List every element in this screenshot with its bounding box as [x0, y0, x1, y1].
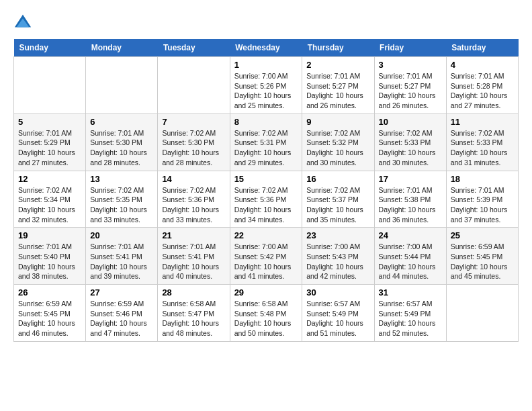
- day-number: 28: [162, 287, 225, 298]
- calendar-week-2: 5 Sunrise: 7:01 AMSunset: 5:29 PMDayligh…: [14, 113, 519, 171]
- calendar-cell: 11 Sunrise: 7:02 AMSunset: 5:33 PMDaylig…: [446, 113, 518, 171]
- day-number: 24: [379, 230, 442, 240]
- day-info: Sunrise: 7:01 AMSunset: 5:29 PMDaylight:…: [18, 128, 81, 168]
- day-info: Sunrise: 6:59 AMSunset: 5:46 PMDaylight:…: [90, 299, 153, 338]
- day-number: 16: [306, 174, 369, 184]
- day-info: Sunrise: 7:02 AMSunset: 5:30 PMDaylight:…: [162, 128, 225, 168]
- day-number: 2: [306, 60, 369, 70]
- day-number: 17: [379, 174, 442, 184]
- day-info: Sunrise: 6:58 AMSunset: 5:48 PMDaylight:…: [234, 299, 298, 338]
- day-number: 14: [162, 174, 225, 184]
- calendar-cell: 18 Sunrise: 7:01 AMSunset: 5:39 PMDaylig…: [446, 171, 518, 228]
- calendar-cell: 20 Sunrise: 7:01 AMSunset: 5:41 PMDaylig…: [86, 228, 158, 285]
- calendar-cell: 22 Sunrise: 7:00 AMSunset: 5:42 PMDaylig…: [230, 228, 302, 285]
- day-info: Sunrise: 6:57 AMSunset: 5:49 PMDaylight:…: [379, 299, 442, 338]
- day-info: Sunrise: 6:58 AMSunset: 5:47 PMDaylight:…: [162, 299, 225, 338]
- day-number: 7: [162, 117, 225, 127]
- day-number: 1: [234, 60, 298, 70]
- day-info: Sunrise: 6:59 AMSunset: 5:45 PMDaylight:…: [18, 299, 81, 338]
- day-number: 3: [379, 60, 442, 70]
- day-info: Sunrise: 7:01 AMSunset: 5:38 PMDaylight:…: [379, 185, 442, 225]
- calendar-cell: 9 Sunrise: 7:02 AMSunset: 5:32 PMDayligh…: [302, 113, 374, 171]
- day-info: Sunrise: 7:02 AMSunset: 5:37 PMDaylight:…: [306, 185, 369, 225]
- day-info: Sunrise: 7:01 AMSunset: 5:40 PMDaylight:…: [18, 242, 81, 281]
- col-header-sunday: Sunday: [14, 39, 86, 57]
- day-number: 25: [451, 230, 514, 240]
- col-header-friday: Friday: [374, 39, 446, 57]
- calendar-week-3: 12 Sunrise: 7:02 AMSunset: 5:34 PMDaylig…: [14, 171, 519, 228]
- day-info: Sunrise: 7:00 AMSunset: 5:26 PMDaylight:…: [234, 71, 298, 111]
- calendar-cell: 3 Sunrise: 7:01 AMSunset: 5:27 PMDayligh…: [374, 57, 446, 114]
- day-info: Sunrise: 7:01 AMSunset: 5:27 PMDaylight:…: [306, 71, 369, 111]
- day-info: Sunrise: 7:01 AMSunset: 5:41 PMDaylight:…: [162, 242, 225, 281]
- calendar-cell: 30 Sunrise: 6:57 AMSunset: 5:49 PMDaylig…: [302, 285, 374, 342]
- day-number: 23: [306, 230, 369, 240]
- col-header-wednesday: Wednesday: [230, 39, 302, 57]
- logo: [13, 13, 36, 32]
- day-info: Sunrise: 6:57 AMSunset: 5:49 PMDaylight:…: [306, 299, 369, 338]
- day-info: Sunrise: 7:02 AMSunset: 5:33 PMDaylight:…: [379, 128, 442, 168]
- day-number: 4: [451, 60, 514, 70]
- page-header: [13, 13, 519, 32]
- day-info: Sunrise: 7:02 AMSunset: 5:31 PMDaylight:…: [234, 128, 298, 168]
- calendar-week-5: 26 Sunrise: 6:59 AMSunset: 5:45 PMDaylig…: [14, 285, 519, 342]
- calendar-cell: 26 Sunrise: 6:59 AMSunset: 5:45 PMDaylig…: [14, 285, 86, 342]
- day-number: 13: [90, 174, 153, 184]
- col-header-tuesday: Tuesday: [158, 39, 230, 57]
- calendar-cell: [14, 57, 86, 114]
- day-number: 21: [162, 230, 225, 240]
- day-number: 29: [234, 287, 298, 298]
- day-number: 8: [234, 117, 298, 127]
- calendar-cell: 17 Sunrise: 7:01 AMSunset: 5:38 PMDaylig…: [374, 171, 446, 228]
- day-info: Sunrise: 7:00 AMSunset: 5:42 PMDaylight:…: [234, 242, 298, 281]
- day-info: Sunrise: 7:02 AMSunset: 5:35 PMDaylight:…: [90, 185, 153, 225]
- calendar-cell: [158, 57, 230, 114]
- day-number: 26: [18, 287, 81, 298]
- calendar-cell: 10 Sunrise: 7:02 AMSunset: 5:33 PMDaylig…: [374, 113, 446, 171]
- calendar-cell: 25 Sunrise: 6:59 AMSunset: 5:45 PMDaylig…: [446, 228, 518, 285]
- calendar-cell: 27 Sunrise: 6:59 AMSunset: 5:46 PMDaylig…: [86, 285, 158, 342]
- calendar-table: SundayMondayTuesdayWednesdayThursdayFrid…: [13, 39, 519, 342]
- day-info: Sunrise: 7:01 AMSunset: 5:28 PMDaylight:…: [451, 71, 514, 111]
- day-info: Sunrise: 7:01 AMSunset: 5:27 PMDaylight:…: [379, 71, 442, 111]
- day-number: 15: [234, 174, 298, 184]
- day-info: Sunrise: 7:02 AMSunset: 5:33 PMDaylight:…: [451, 128, 514, 168]
- calendar-cell: 28 Sunrise: 6:58 AMSunset: 5:47 PMDaylig…: [158, 285, 230, 342]
- day-number: 10: [379, 117, 442, 127]
- day-number: 5: [18, 117, 81, 127]
- calendar-cell: [446, 285, 518, 342]
- calendar-cell: 19 Sunrise: 7:01 AMSunset: 5:40 PMDaylig…: [14, 228, 86, 285]
- day-info: Sunrise: 7:00 AMSunset: 5:43 PMDaylight:…: [306, 242, 369, 281]
- day-number: 18: [451, 174, 514, 184]
- calendar-cell: 23 Sunrise: 7:00 AMSunset: 5:43 PMDaylig…: [302, 228, 374, 285]
- col-header-thursday: Thursday: [302, 39, 374, 57]
- day-number: 11: [451, 117, 514, 127]
- day-number: 19: [18, 230, 81, 240]
- day-info: Sunrise: 7:01 AMSunset: 5:30 PMDaylight:…: [90, 128, 153, 168]
- day-number: 9: [306, 117, 369, 127]
- day-number: 30: [306, 287, 369, 298]
- calendar-cell: 14 Sunrise: 7:02 AMSunset: 5:36 PMDaylig…: [158, 171, 230, 228]
- calendar-cell: 1 Sunrise: 7:00 AMSunset: 5:26 PMDayligh…: [230, 57, 302, 114]
- day-info: Sunrise: 6:59 AMSunset: 5:45 PMDaylight:…: [451, 242, 514, 281]
- day-number: 22: [234, 230, 298, 240]
- calendar-cell: 15 Sunrise: 7:02 AMSunset: 5:36 PMDaylig…: [230, 171, 302, 228]
- day-number: 31: [379, 287, 442, 298]
- calendar-cell: 5 Sunrise: 7:01 AMSunset: 5:29 PMDayligh…: [14, 113, 86, 171]
- calendar-cell: 2 Sunrise: 7:01 AMSunset: 5:27 PMDayligh…: [302, 57, 374, 114]
- calendar-cell: 16 Sunrise: 7:02 AMSunset: 5:37 PMDaylig…: [302, 171, 374, 228]
- calendar-cell: [86, 57, 158, 114]
- day-info: Sunrise: 7:01 AMSunset: 5:39 PMDaylight:…: [451, 185, 514, 225]
- calendar-week-4: 19 Sunrise: 7:01 AMSunset: 5:40 PMDaylig…: [14, 228, 519, 285]
- day-info: Sunrise: 7:02 AMSunset: 5:34 PMDaylight:…: [18, 185, 81, 225]
- calendar-header-row: SundayMondayTuesdayWednesdayThursdayFrid…: [14, 39, 519, 57]
- col-header-monday: Monday: [86, 39, 158, 57]
- day-info: Sunrise: 7:02 AMSunset: 5:36 PMDaylight:…: [162, 185, 225, 225]
- day-info: Sunrise: 7:02 AMSunset: 5:32 PMDaylight:…: [306, 128, 369, 168]
- col-header-saturday: Saturday: [446, 39, 518, 57]
- day-info: Sunrise: 7:01 AMSunset: 5:41 PMDaylight:…: [90, 242, 153, 281]
- calendar-cell: 8 Sunrise: 7:02 AMSunset: 5:31 PMDayligh…: [230, 113, 302, 171]
- day-number: 27: [90, 287, 153, 298]
- logo-icon: [13, 13, 32, 32]
- calendar-week-1: 1 Sunrise: 7:00 AMSunset: 5:26 PMDayligh…: [14, 57, 519, 114]
